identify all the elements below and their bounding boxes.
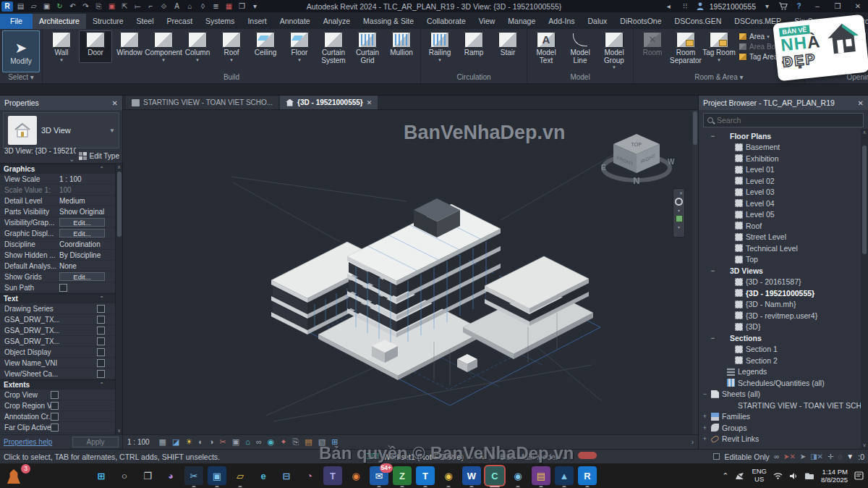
ribbon-tab[interactable]: Add-Ins	[542, 14, 581, 29]
drawing-canvas[interactable]: BanVeNhaDep.vn N E W TOP FRONT RIGHT ✕ ▾…	[123, 110, 698, 434]
sync-icon[interactable]: ↻	[54, 1, 65, 12]
tree-item[interactable]: Exhibition	[699, 153, 868, 164]
tree-item[interactable]: {3D - 20161587}	[699, 277, 868, 288]
view-scale-control[interactable]: 1 : 100	[127, 438, 150, 446]
editable-only-checkbox[interactable]	[713, 453, 720, 460]
tray-clock[interactable]: 1:14 PM8/8/2025	[821, 468, 848, 484]
taskbar-chrome[interactable]: ◉	[439, 466, 458, 485]
modify-button[interactable]: ➤ Modify	[2, 30, 40, 72]
zoom-tool-icon[interactable]	[676, 215, 683, 222]
property-row[interactable]: Show Grids Edit...	[0, 272, 115, 282]
ribbon-tab[interactable]: DiRootsOne	[613, 14, 668, 29]
ribbon-tab[interactable]: Systems	[199, 14, 241, 29]
crop-off-icon[interactable]: ✂	[220, 438, 226, 446]
taskbar-winrar[interactable]: ▤	[532, 466, 550, 485]
property-row[interactable]: Scale Value 1: 100	[0, 185, 115, 195]
switch-windows-icon[interactable]: ❐	[237, 1, 247, 12]
undo-icon[interactable]: ↶	[67, 1, 78, 12]
visual-style-icon[interactable]: ☀	[185, 438, 192, 446]
account-id[interactable]: 19521000555	[710, 2, 756, 11]
taskbar-copilot[interactable]: ◕	[161, 466, 180, 485]
save-icon[interactable]: ▣	[41, 1, 52, 12]
browser-scrollbar[interactable]: ∧∨	[861, 129, 868, 449]
edit-type-button[interactable]: Edit Type	[79, 152, 119, 160]
ribbon-button[interactable]: Window	[113, 30, 146, 63]
type-dropdown-icon[interactable]: ▼	[109, 127, 119, 134]
tree-item[interactable]: Level 04	[699, 198, 868, 209]
ribbon-tab[interactable]: Steel	[130, 14, 161, 29]
filter-icon[interactable]: ▼	[846, 453, 854, 460]
project-browser-close-icon[interactable]: ✕	[858, 99, 864, 107]
tree-item[interactable]: Street Level	[699, 232, 868, 243]
ribbon-button[interactable]: Floor ▾	[283, 30, 316, 63]
navbar-close-icon[interactable]: ✕	[679, 190, 683, 195]
ribbon-tab[interactable]: Insert	[241, 14, 273, 29]
ribbon-button[interactable]: Room	[636, 30, 669, 70]
ribbon-button[interactable]: Door	[79, 30, 112, 63]
workset-dropdown-icon[interactable]: ⌄	[468, 453, 474, 460]
constraints-icon[interactable]: ▤	[305, 438, 312, 446]
close-button[interactable]: ✕	[851, 1, 865, 12]
worksharing-icon[interactable]: ✦	[280, 438, 286, 446]
tray-language[interactable]: ENGUS	[752, 468, 767, 484]
design-option-dropdown-icon[interactable]: ⌄	[561, 453, 567, 460]
customize-qat-icon[interactable]: ▾	[250, 1, 260, 12]
tree-item[interactable]: Top	[699, 254, 868, 266]
close-doc-icon[interactable]: ▣	[106, 1, 117, 12]
ribbon-tab[interactable]: Annotate	[273, 14, 317, 29]
taskbar-edge[interactable]: e	[254, 466, 273, 485]
taskbar-explorer[interactable]: ▱	[231, 466, 250, 485]
taskbar-chrome-2[interactable]: ◉	[509, 466, 527, 485]
instance-selector[interactable]: 3D View: {3D - 195210 ⌄	[3, 146, 76, 166]
text-icon[interactable]: A	[171, 1, 182, 12]
tree-item[interactable]: Schedules/Quantities (all)	[699, 377, 868, 389]
ribbon-button[interactable]: Ramp	[457, 30, 490, 63]
crop-region-icon[interactable]: ▣	[232, 438, 239, 446]
property-row[interactable]: Parts Visibility Show Original	[0, 206, 115, 217]
tree-item[interactable]: + Groups	[699, 422, 868, 434]
property-row[interactable]: Show Hidden ... By Discipline	[0, 250, 115, 261]
ribbon-tab[interactable]: Collaborate	[420, 14, 472, 29]
property-row[interactable]: Sun Path	[0, 282, 115, 293]
tag-icon[interactable]: ⟐	[158, 1, 169, 12]
search-input[interactable]	[717, 116, 859, 125]
account-dropdown-icon[interactable]: ▾	[762, 1, 773, 12]
taskbar-photos[interactable]: ▲	[555, 466, 574, 485]
tree-item[interactable]: − Sheets (all)	[699, 389, 868, 400]
ribbon-tab[interactable]: Precast	[161, 14, 200, 29]
ribbon-tab[interactable]: Manage	[501, 14, 542, 29]
section-icon[interactable]: ◊	[197, 1, 208, 12]
select-ring-icon[interactable]: ◌	[838, 453, 842, 460]
tree-item[interactable]: {3D - revitmep.user4}	[699, 310, 868, 321]
taskbar-paint[interactable]: ◔	[300, 466, 319, 485]
tree-item[interactable]: Level 05	[699, 209, 868, 221]
tree-item[interactable]: {3D - Nam.mh}	[699, 299, 868, 311]
tree-item[interactable]: Roof	[699, 220, 868, 232]
tree-item[interactable]: + Families	[699, 411, 868, 423]
view-cube[interactable]: N E W TOP FRONT RIGHT	[597, 128, 676, 193]
section-box-icon[interactable]: ⊞	[331, 438, 338, 446]
thin-lines-icon[interactable]: ≣	[210, 1, 221, 12]
property-row[interactable]: GSA_DRW_TX...	[0, 325, 115, 336]
property-row[interactable]: Far Clip Active	[0, 422, 115, 433]
taskbar-pdf-app[interactable]: ▣	[208, 466, 226, 485]
taskbar-search[interactable]: ○	[115, 466, 134, 485]
ribbon-button[interactable]: Roof ▾	[215, 30, 248, 63]
ribbon-tab[interactable]: File	[0, 14, 33, 29]
ribbon-tab[interactable]: Structure	[86, 14, 130, 29]
property-row[interactable]: Detail Level Medium	[0, 195, 115, 206]
open-icon[interactable]: ▱	[28, 1, 39, 12]
link-chain-icon[interactable]: ∞	[774, 453, 779, 460]
properties-scrollbar[interactable]: ∧∨	[115, 164, 122, 434]
ribbon-button[interactable]: Model Group ▾	[597, 30, 631, 70]
tree-sections[interactable]: − Sections	[699, 332, 868, 344]
revit-logo[interactable]: R	[1, 1, 13, 12]
minimize-button[interactable]: –	[810, 1, 825, 12]
ribbon-button[interactable]: Wall ▾	[45, 30, 78, 63]
close-hidden-icon[interactable]: ▦	[224, 1, 234, 12]
tab-3d-view[interactable]: {3D - 19521000555} ✕	[280, 96, 378, 109]
taskbar-task-view[interactable]: ❐	[138, 466, 157, 485]
property-row[interactable]: Visibility/Grap... Edit...	[0, 217, 115, 228]
tab-starting-view[interactable]: STARTING VIEW - TOAN VIET SCHO...	[126, 96, 278, 109]
ribbon-button[interactable]: Column ▾	[181, 30, 214, 63]
